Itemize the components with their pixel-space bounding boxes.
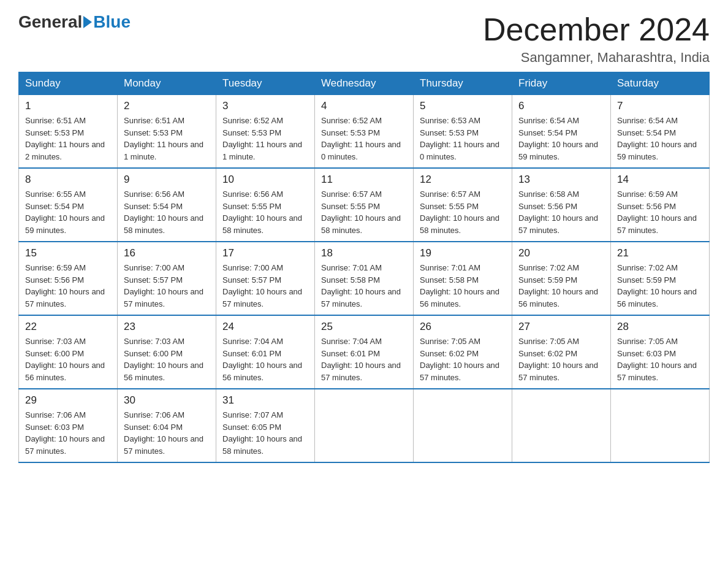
day-detail: Sunrise: 7:02 AMSunset: 5:59 PMDaylight:… [518, 262, 604, 310]
col-tuesday: Tuesday [216, 72, 315, 95]
table-row: 2Sunrise: 6:51 AMSunset: 5:53 PMDaylight… [118, 95, 216, 169]
day-number: 23 [124, 321, 210, 333]
day-detail: Sunrise: 7:03 AMSunset: 6:00 PMDaylight:… [124, 335, 210, 383]
table-row: 19Sunrise: 7:01 AMSunset: 5:58 PMDayligh… [414, 242, 512, 315]
col-saturday: Saturday [611, 72, 710, 95]
day-detail: Sunrise: 6:52 AMSunset: 5:53 PMDaylight:… [222, 115, 308, 163]
col-monday: Monday [118, 72, 216, 95]
day-detail: Sunrise: 6:52 AMSunset: 5:53 PMDaylight:… [321, 115, 407, 163]
day-number: 1 [25, 100, 111, 112]
table-row: 4Sunrise: 6:52 AMSunset: 5:53 PMDaylight… [315, 95, 414, 169]
table-row: 24Sunrise: 7:04 AMSunset: 6:01 PMDayligh… [216, 315, 315, 389]
day-number: 7 [617, 100, 703, 112]
day-detail: Sunrise: 6:54 AMSunset: 5:54 PMDaylight:… [617, 115, 703, 163]
day-detail: Sunrise: 6:59 AMSunset: 5:56 PMDaylight:… [25, 262, 111, 310]
day-number: 26 [420, 321, 506, 333]
day-number: 22 [25, 321, 111, 333]
calendar-week-row: 15Sunrise: 6:59 AMSunset: 5:56 PMDayligh… [19, 242, 710, 315]
table-row: 28Sunrise: 7:05 AMSunset: 6:03 PMDayligh… [611, 315, 710, 389]
day-detail: Sunrise: 7:01 AMSunset: 5:58 PMDaylight:… [321, 262, 407, 310]
day-detail: Sunrise: 7:04 AMSunset: 6:01 PMDaylight:… [321, 335, 407, 383]
day-number: 4 [321, 100, 407, 112]
table-row: 9Sunrise: 6:56 AMSunset: 5:54 PMDaylight… [118, 168, 216, 242]
day-detail: Sunrise: 6:53 AMSunset: 5:53 PMDaylight:… [420, 115, 506, 163]
table-row: 20Sunrise: 7:02 AMSunset: 5:59 PMDayligh… [512, 242, 611, 315]
calendar-week-row: 8Sunrise: 6:55 AMSunset: 5:54 PMDaylight… [19, 168, 710, 242]
logo-arrow-icon [83, 16, 92, 28]
day-detail: Sunrise: 7:00 AMSunset: 5:57 PMDaylight:… [222, 262, 308, 310]
table-row: 25Sunrise: 7:04 AMSunset: 6:01 PMDayligh… [315, 315, 414, 389]
day-number: 20 [518, 247, 604, 259]
col-friday: Friday [512, 72, 611, 95]
day-detail: Sunrise: 7:06 AMSunset: 6:03 PMDaylight:… [25, 409, 111, 457]
col-wednesday: Wednesday [315, 72, 414, 95]
day-detail: Sunrise: 6:54 AMSunset: 5:54 PMDaylight:… [518, 115, 604, 163]
day-detail: Sunrise: 6:55 AMSunset: 5:54 PMDaylight:… [25, 188, 111, 236]
table-row: 5Sunrise: 6:53 AMSunset: 5:53 PMDaylight… [414, 95, 512, 169]
logo-general-text: General [18, 12, 82, 32]
day-detail: Sunrise: 6:57 AMSunset: 5:55 PMDaylight:… [321, 188, 407, 236]
day-number: 9 [124, 174, 210, 186]
table-row: 30Sunrise: 7:06 AMSunset: 6:04 PMDayligh… [118, 389, 216, 462]
day-number: 27 [518, 321, 604, 333]
day-detail: Sunrise: 7:02 AMSunset: 5:59 PMDaylight:… [617, 262, 703, 310]
day-number: 18 [321, 247, 407, 259]
day-detail: Sunrise: 6:51 AMSunset: 5:53 PMDaylight:… [25, 115, 111, 163]
day-number: 17 [222, 247, 308, 259]
day-detail: Sunrise: 7:05 AMSunset: 6:02 PMDaylight:… [420, 335, 506, 383]
day-number: 14 [617, 174, 703, 186]
table-row: 22Sunrise: 7:03 AMSunset: 6:00 PMDayligh… [19, 315, 118, 389]
day-number: 2 [124, 100, 210, 112]
day-detail: Sunrise: 7:04 AMSunset: 6:01 PMDaylight:… [222, 335, 308, 383]
day-number: 28 [617, 321, 703, 333]
day-detail: Sunrise: 7:00 AMSunset: 5:57 PMDaylight:… [124, 262, 210, 310]
table-row: 6Sunrise: 6:54 AMSunset: 5:54 PMDaylight… [512, 95, 611, 169]
calendar-header-row: Sunday Monday Tuesday Wednesday Thursday… [19, 72, 710, 95]
day-detail: Sunrise: 7:01 AMSunset: 5:58 PMDaylight:… [420, 262, 506, 310]
day-detail: Sunrise: 6:56 AMSunset: 5:54 PMDaylight:… [124, 188, 210, 236]
day-detail: Sunrise: 7:05 AMSunset: 6:02 PMDaylight:… [518, 335, 604, 383]
day-detail: Sunrise: 6:51 AMSunset: 5:53 PMDaylight:… [124, 115, 210, 163]
table-row: 17Sunrise: 7:00 AMSunset: 5:57 PMDayligh… [216, 242, 315, 315]
table-row: 31Sunrise: 7:07 AMSunset: 6:05 PMDayligh… [216, 389, 315, 462]
title-section: December 2024 Sangamner, Maharashtra, In… [483, 12, 710, 66]
logo-blue-text: Blue [93, 12, 131, 32]
day-number: 3 [222, 100, 308, 112]
day-number: 24 [222, 321, 308, 333]
table-row: 27Sunrise: 7:05 AMSunset: 6:02 PMDayligh… [512, 315, 611, 389]
day-number: 10 [222, 174, 308, 186]
day-detail: Sunrise: 7:03 AMSunset: 6:00 PMDaylight:… [25, 335, 111, 383]
table-row: 14Sunrise: 6:59 AMSunset: 5:56 PMDayligh… [611, 168, 710, 242]
table-row [414, 389, 512, 462]
day-number: 31 [222, 394, 308, 407]
calendar-week-row: 29Sunrise: 7:06 AMSunset: 6:03 PMDayligh… [19, 389, 710, 462]
table-row [315, 389, 414, 462]
table-row: 11Sunrise: 6:57 AMSunset: 5:55 PMDayligh… [315, 168, 414, 242]
table-row: 21Sunrise: 7:02 AMSunset: 5:59 PMDayligh… [611, 242, 710, 315]
table-row: 13Sunrise: 6:58 AMSunset: 5:56 PMDayligh… [512, 168, 611, 242]
table-row: 26Sunrise: 7:05 AMSunset: 6:02 PMDayligh… [414, 315, 512, 389]
table-row: 18Sunrise: 7:01 AMSunset: 5:58 PMDayligh… [315, 242, 414, 315]
day-number: 8 [25, 174, 111, 186]
month-title: December 2024 [483, 12, 710, 47]
day-number: 12 [420, 174, 506, 186]
table-row: 3Sunrise: 6:52 AMSunset: 5:53 PMDaylight… [216, 95, 315, 169]
table-row: 10Sunrise: 6:56 AMSunset: 5:55 PMDayligh… [216, 168, 315, 242]
table-row: 8Sunrise: 6:55 AMSunset: 5:54 PMDaylight… [19, 168, 118, 242]
day-number: 6 [518, 100, 604, 112]
table-row: 16Sunrise: 7:00 AMSunset: 5:57 PMDayligh… [118, 242, 216, 315]
day-number: 19 [420, 247, 506, 259]
day-number: 21 [617, 247, 703, 259]
day-number: 5 [420, 100, 506, 112]
day-number: 16 [124, 247, 210, 259]
page-header: General Blue December 2024 Sangamner, Ma… [18, 12, 710, 66]
day-detail: Sunrise: 6:58 AMSunset: 5:56 PMDaylight:… [518, 188, 604, 236]
col-sunday: Sunday [19, 72, 118, 95]
day-detail: Sunrise: 7:05 AMSunset: 6:03 PMDaylight:… [617, 335, 703, 383]
logo: General Blue [18, 12, 131, 32]
table-row: 1Sunrise: 6:51 AMSunset: 5:53 PMDaylight… [19, 95, 118, 169]
day-number: 30 [124, 394, 210, 407]
table-row: 15Sunrise: 6:59 AMSunset: 5:56 PMDayligh… [19, 242, 118, 315]
day-number: 13 [518, 174, 604, 186]
calendar-week-row: 1Sunrise: 6:51 AMSunset: 5:53 PMDaylight… [19, 95, 710, 169]
